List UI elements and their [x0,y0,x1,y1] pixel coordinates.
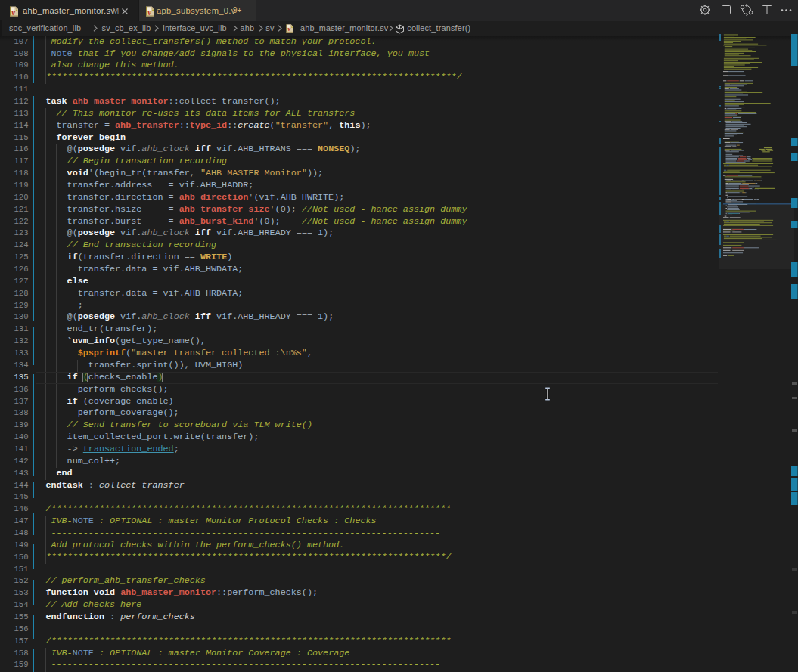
svg-text:v: v [287,26,290,33]
svg-text:v: v [147,8,151,17]
svg-text:v: v [11,8,15,17]
